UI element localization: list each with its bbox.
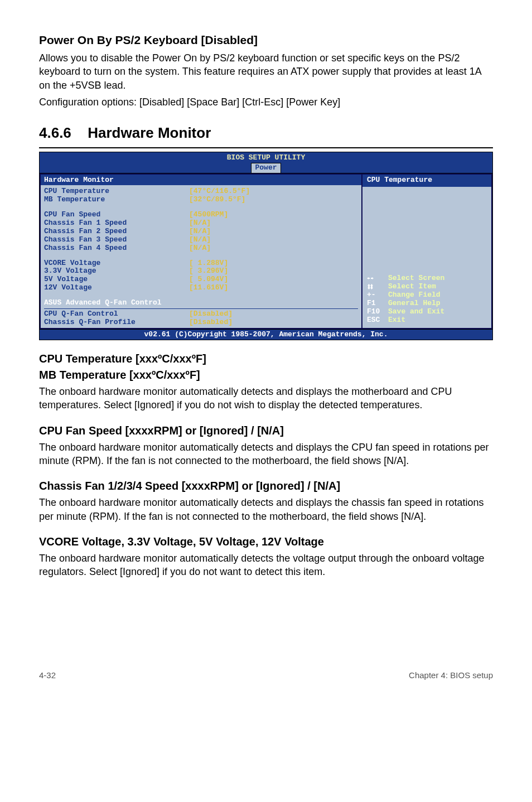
section-number: 4.6.6 — [39, 124, 84, 142]
row-cpu-fan-value: [4500RPM] — [189, 211, 228, 219]
row-qfan-prof-label: Chassis Q-Fan Profile — [44, 318, 189, 327]
svg-marker-2 — [367, 284, 370, 289]
bios-copyright: v02.61 (C)Copyright 1985-2007, American … — [40, 329, 492, 340]
bios-screenshot: BIOS SETUP UTILITY Power Hardware Monito… — [39, 152, 493, 340]
help-save-exit: Save and Exit — [388, 308, 444, 316]
row-v12-label: 12V Voltage — [44, 284, 189, 292]
svg-marker-0 — [367, 277, 370, 279]
bios-title: BIOS SETUP UTILITY — [40, 153, 492, 163]
row-cf4-label: Chassis Fan 4 Speed — [44, 244, 189, 253]
row-qfan-prof-value: [Disabled] — [189, 318, 233, 327]
page-footer: 4-32 Chapter 4: BIOS setup — [39, 668, 493, 680]
bios-tab-power: Power — [251, 163, 280, 173]
row-v33-value: [ 3.296V] — [189, 267, 228, 276]
voltage-body: The onboard hardware monitor automatical… — [39, 552, 493, 579]
row-v5-value: [ 5.094V] — [189, 276, 228, 284]
page-number: 4-32 — [39, 670, 56, 680]
bios-main-panel: Hardware Monitor CPU Temperature[47°C/11… — [40, 173, 361, 329]
row-cf3-label: Chassis Fan 3 Speed — [44, 236, 189, 244]
help-key-f1: F1 — [367, 299, 388, 308]
hardware-monitor-heading: 4.6.6 Hardware Monitor — [39, 124, 493, 142]
row-cpu-temp-label: CPU Temperature — [44, 187, 189, 196]
row-v12-value: [11.616V] — [189, 284, 228, 292]
chassis-fan-body: The onboard hardware monitor automatical… — [39, 496, 493, 523]
help-key-esc: ESC — [367, 316, 388, 325]
cpu-temp-title1: CPU Temperature [xxxºC/xxxºF] — [39, 352, 493, 365]
chassis-fan-title: Chassis Fan 1/2/3/4 Speed [xxxxRPM] or [… — [39, 480, 493, 492]
section-power-on-p1: Allows you to disable the Power On by PS… — [39, 51, 493, 92]
help-exit: Exit — [388, 316, 405, 325]
row-qfan-ctrl-value: [Disabled] — [189, 310, 233, 318]
cpu-temp-body: The onboard hardware monitor automatical… — [39, 385, 493, 412]
cpu-fan-title: CPU Fan Speed [xxxxRPM] or [Ignored] / [… — [39, 424, 493, 437]
chapter-label: Chapter 4: BIOS setup — [409, 670, 493, 680]
sidebar-help-title: CPU Temperature — [362, 175, 491, 187]
section-name: Hardware Monitor — [88, 124, 211, 141]
svg-marker-3 — [370, 284, 373, 289]
row-vcore-value: [ 1.288V] — [189, 259, 228, 268]
row-mb-temp-value: [32°C/89.5°F] — [189, 196, 245, 204]
cpu-temp-title2: MB Temperature [xxxºC/xxxºF] — [39, 369, 493, 381]
row-cf2-value: [N/A] — [189, 228, 211, 236]
row-cf3-value: [N/A] — [189, 236, 211, 244]
section-power-on-p2: Configuration options: [Disabled] [Space… — [39, 95, 493, 109]
row-cf1-label: Chassis Fan 1 Speed — [44, 219, 189, 228]
row-cf1-value: [N/A] — [189, 219, 211, 228]
row-cf4-value: [N/A] — [189, 244, 211, 253]
cpu-fan-body: The onboard hardware monitor automatical… — [39, 441, 493, 468]
row-vcore-label: VCORE Voltage — [44, 259, 189, 268]
section-power-on-title: Power On By PS/2 Keyboard [Disabled] — [39, 33, 493, 47]
row-cf2-label: Chassis Fan 2 Speed — [44, 228, 189, 236]
help-general-help: General Help — [388, 299, 441, 308]
voltage-title: VCORE Voltage, 3.3V Voltage, 5V Voltage,… — [39, 535, 493, 548]
row-v33-label: 3.3V Voltage — [44, 267, 189, 276]
bios-header: BIOS SETUP UTILITY Power — [40, 152, 492, 173]
row-v5-label: 5V Voltage — [44, 276, 189, 284]
help-change-field: Change Field — [388, 291, 441, 299]
help-key-plusminus: +- — [367, 291, 388, 299]
row-cpu-temp-value: [47°C/116.5°F] — [189, 187, 250, 196]
heading-rule — [39, 147, 493, 148]
arrows-ud-icon — [367, 283, 388, 291]
svg-marker-1 — [371, 277, 374, 279]
bios-sidebar: CPU Temperature Select Screen Select Ite… — [361, 173, 492, 329]
row-cpu-fan-label: CPU Fan Speed — [44, 211, 189, 219]
help-select-screen: Select Screen — [388, 274, 444, 283]
row-mb-temp-label: MB Temperature — [44, 196, 189, 204]
row-qfan-ctrl-label: CPU Q-Fan Control — [44, 310, 189, 318]
arrows-lr-icon — [367, 274, 388, 283]
bios-panel-title: Hardware Monitor — [41, 175, 361, 185]
help-key-f10: F10 — [367, 308, 388, 316]
help-select-item: Select Item — [388, 283, 436, 291]
row-qfan-adv-label: ASUS Advanced Q-Fan Control — [44, 299, 189, 307]
